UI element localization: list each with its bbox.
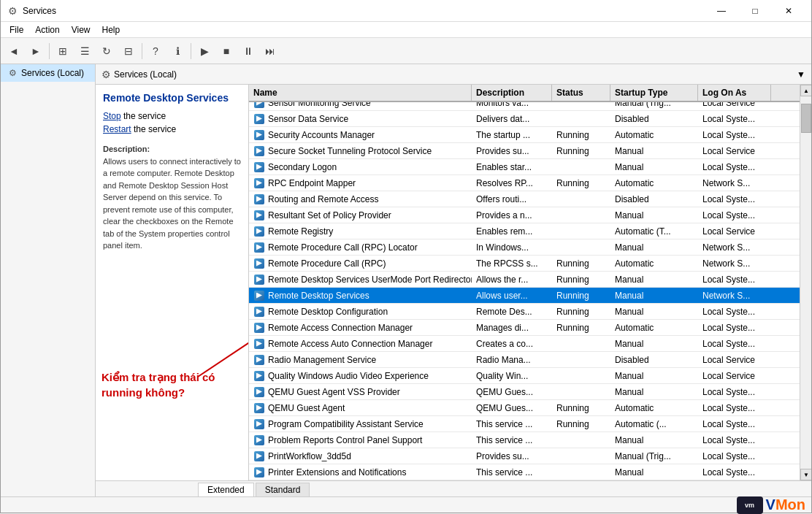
service-status-cell	[552, 432, 610, 448]
info-button[interactable]: ℹ	[167, 41, 188, 61]
play-button[interactable]: ▶	[194, 41, 215, 61]
service-icon	[253, 370, 265, 382]
scroll-up-button[interactable]: ▲	[800, 85, 811, 96]
service-desc-cell: Enables rem...	[472, 223, 552, 239]
vmmon-vm-badge: vm	[737, 496, 763, 514]
stop-button[interactable]: ■	[216, 41, 237, 61]
service-name-text: QEMU Guest Agent VSS Provider	[268, 387, 400, 397]
service-desc-cell: Resolves RP...	[472, 175, 552, 191]
table-row[interactable]: RPC Endpoint MapperResolves RP...Running…	[249, 175, 800, 191]
service-name-cell: Remote Procedure Call (RPC)	[249, 256, 472, 271]
service-startup-cell: Manual	[610, 304, 698, 319]
pause-button[interactable]: ⏸	[238, 41, 258, 61]
service-startup-cell: Automatic	[610, 127, 698, 142]
table-row[interactable]: Sensor Monitoring ServiceMonitors va...M…	[249, 102, 800, 111]
scroll-thumb[interactable]	[801, 104, 811, 133]
dropdown-icon[interactable]: ▼	[797, 69, 805, 80]
tab-standard[interactable]: Standard	[256, 483, 310, 496]
menu-file[interactable]: File	[4, 23, 29, 37]
service-desc-cell: Remote Des...	[472, 304, 552, 319]
service-desc-cell: Provides su...	[472, 448, 552, 464]
service-icon	[253, 274, 265, 285]
table-row[interactable]: Remote RegistryEnables rem...Automatic (…	[249, 223, 800, 239]
menu-view[interactable]: View	[66, 23, 96, 37]
main-window: ⚙ Services — □ ✕ File Action View Help ◄…	[0, 0, 812, 513]
table-row[interactable]: Secondary LogonEnables star...ManualLoca…	[249, 159, 800, 175]
col-logon[interactable]: Log On As	[698, 85, 771, 101]
table-row[interactable]: Remote Access Auto Connection ManagerCre…	[249, 336, 800, 352]
service-startup-cell: Manual	[610, 336, 698, 351]
service-desc-cell: This service ...	[472, 416, 552, 431]
toolbar-separator-2	[142, 43, 142, 59]
service-status-cell: Running	[552, 256, 610, 271]
service-icon	[253, 418, 265, 430]
service-logon-cell: Local Syste...	[698, 448, 771, 464]
table-row[interactable]: PrintWorkflow_3dd5dProvides su...Manual …	[249, 448, 800, 464]
service-logon-cell: Local Syste...	[698, 432, 771, 448]
service-name-cell: Secondary Logon	[249, 159, 472, 174]
service-desc-cell: Enables star...	[472, 159, 552, 174]
table-row[interactable]: Sensor Data ServiceDelivers dat...Disabl…	[249, 111, 800, 127]
restart-suffix: the service	[134, 124, 176, 134]
service-startup-cell: Manual	[610, 207, 698, 223]
table-row[interactable]: Remote Desktop ConfigurationRemote Des..…	[249, 304, 800, 320]
table-row[interactable]: QEMU Guest AgentQEMU Gues...RunningAutom…	[249, 400, 800, 416]
table-row[interactable]: Problem Reports Control Panel SupportThi…	[249, 432, 800, 448]
service-name-text: Secure Socket Tunneling Protocol Service	[268, 146, 432, 156]
minimize-button[interactable]: —	[705, 0, 738, 22]
table-row[interactable]: Security Accounts ManagerThe startup ...…	[249, 127, 800, 143]
menu-help[interactable]: Help	[96, 23, 126, 37]
col-status[interactable]: Status	[552, 85, 610, 101]
stop-link[interactable]: Stop	[103, 111, 121, 121]
scroll-down-button[interactable]: ▼	[800, 469, 811, 480]
table-row[interactable]: Program Compatibility Assistant ServiceT…	[249, 416, 800, 432]
col-description[interactable]: Description	[472, 85, 552, 101]
table-row[interactable]: Printer Extensions and NotificationsThis…	[249, 464, 800, 480]
service-name-text: Secondary Logon	[268, 162, 337, 172]
service-name-cell: Radio Management Service	[249, 352, 472, 367]
service-startup-cell: Automatic	[610, 175, 698, 191]
vmmon-mon: Mon	[775, 496, 805, 513]
tab-extended[interactable]: Extended	[198, 483, 254, 496]
maximize-button[interactable]: □	[738, 0, 772, 22]
service-desc-cell: Offers routi...	[472, 191, 552, 207]
restart-button[interactable]: ⏭	[260, 41, 280, 61]
help-icon-button[interactable]: ?	[145, 41, 166, 61]
service-logon-cell: Local Syste...	[698, 336, 771, 351]
table-row[interactable]: Secure Socket Tunneling Protocol Service…	[249, 143, 800, 159]
service-logon-cell: Network S...	[698, 256, 771, 271]
col-startup-type[interactable]: Startup Type	[610, 85, 698, 101]
nav-item-services-local[interactable]: ⚙ Services (Local)	[1, 64, 95, 82]
service-status-cell	[552, 102, 610, 110]
service-icon	[253, 258, 265, 269]
scrollbar-vertical[interactable]: ▲ ▼	[800, 85, 811, 480]
table-row[interactable]: Remote Desktop Services UserMode Port Re…	[249, 272, 800, 288]
table-row[interactable]: Remote Procedure Call (RPC) LocatorIn Wi…	[249, 239, 800, 256]
refresh-button[interactable]: ↻	[96, 41, 117, 61]
table-row[interactable]: QEMU Guest Agent VSS ProviderQEMU Gues..…	[249, 384, 800, 400]
forward-button[interactable]: ►	[26, 41, 46, 61]
table-row[interactable]: Remote Access Connection ManagerManages …	[249, 320, 800, 336]
back-button[interactable]: ◄	[4, 41, 24, 61]
col-name[interactable]: Name	[249, 85, 472, 101]
table-row[interactable]: Routing and Remote AccessOffers routi...…	[249, 191, 800, 207]
vmmon-v: V	[766, 496, 775, 513]
table-row[interactable]: Radio Management ServiceRadio Mana...Dis…	[249, 352, 800, 368]
show-button[interactable]: ☰	[74, 41, 95, 61]
service-name-text: Remote Desktop Services UserMode Port Re…	[268, 275, 472, 285]
menu-action[interactable]: Action	[29, 23, 65, 37]
service-icon	[253, 322, 265, 334]
up-button[interactable]: ⊞	[53, 41, 73, 61]
table-row[interactable]: Resultant Set of Policy ProviderProvides…	[249, 207, 800, 223]
table-row[interactable]: Remote Desktop ServicesAllows user...Run…	[249, 288, 800, 304]
restart-link[interactable]: Restart	[103, 124, 131, 134]
close-button[interactable]: ✕	[772, 0, 805, 22]
service-status-cell	[552, 223, 610, 239]
properties-button[interactable]: ⊟	[118, 41, 139, 61]
service-status-cell	[552, 207, 610, 223]
table-row[interactable]: Quality Windows Audio Video ExperienceQu…	[249, 368, 800, 384]
service-name-cell: Printer Extensions and Notifications	[249, 464, 472, 480]
table-row[interactable]: Remote Procedure Call (RPC)The RPCSS s..…	[249, 256, 800, 272]
service-startup-cell: Manual	[610, 239, 698, 255]
app-icon: ⚙	[7, 5, 18, 17]
